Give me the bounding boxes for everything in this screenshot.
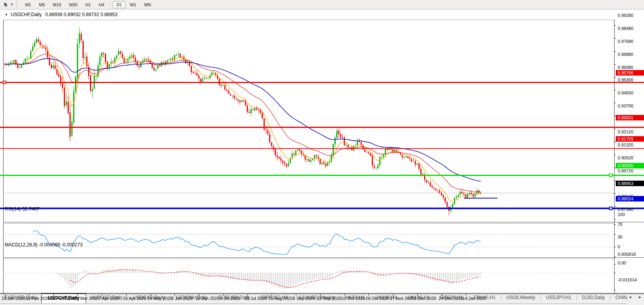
date-axis-label: 5 Dec 2020 bbox=[414, 296, 436, 301]
chart-window: ▼ USDCHF,Daily 0.88938 0.89032 0.88732 0… bbox=[0, 9, 644, 293]
chart-title: ▼ USDCHF,Daily 0.88938 0.89032 0.88732 0… bbox=[5, 12, 117, 17]
price-axis-tick: 0.93700 bbox=[618, 104, 633, 108]
price-level-tag[interactable]: 0.88953 bbox=[616, 181, 644, 186]
date-axis-label: 28 Jul 2020 bbox=[244, 296, 267, 301]
price-level-tag[interactable]: 0.90055 bbox=[616, 163, 644, 168]
macd-axis-tick: 0.00 bbox=[618, 261, 626, 265]
date-axis-label: 2 Jun 2020 bbox=[171, 296, 193, 301]
timeframe-buttons-group: M1M5M15M30H1H4D1W1MN bbox=[21, 1, 155, 8]
date-axis-label: 14 Jan 2021 bbox=[462, 296, 486, 301]
price-axis-tick: 0.92120 bbox=[618, 129, 633, 134]
timeframe-button-mn[interactable]: MN bbox=[141, 1, 154, 8]
date-axis-label: 29 Oct 2020 bbox=[365, 296, 389, 301]
price-level-tag[interactable]: 0.88024 bbox=[616, 196, 644, 201]
date-axis-label: 15 Aug 2020 bbox=[268, 296, 293, 301]
macd-axis-tick: 0.005818 bbox=[618, 252, 636, 257]
price-level-tag[interactable]: 0.91709 bbox=[616, 136, 644, 142]
price-axis-tick: 0.89720 bbox=[618, 168, 633, 173]
rsi-axis-tick: 100 bbox=[618, 212, 625, 217]
date-axis-label: 3 Sep 2020 bbox=[293, 296, 315, 301]
timeframe-button-w1[interactable]: W1 bbox=[126, 1, 140, 8]
date-axis-label: 23 Jan 2020 bbox=[2, 296, 26, 301]
macd-indicator-label: MACD(12,26,9) -0.000069 -0.000273 bbox=[5, 242, 83, 248]
date-axis-label: 17 Nov 2020 bbox=[390, 296, 414, 301]
date-axis-label: 20 Jun 2020 bbox=[196, 296, 220, 301]
cursor-icon bbox=[3, 2, 9, 7]
chart-canvas[interactable] bbox=[0, 9, 644, 302]
rsi-axis-tick: 0 bbox=[618, 244, 620, 249]
cursor-tool-caret-icon[interactable]: ▼ bbox=[10, 3, 13, 6]
timeframe-button-h4[interactable]: H4 bbox=[95, 1, 108, 8]
date-axis-label: 22 Sep 2020 bbox=[317, 296, 341, 301]
date-axis-label: 11 Feb 2020 bbox=[26, 296, 50, 301]
price-level-tag[interactable]: 0.93001 bbox=[616, 115, 644, 120]
date-axis-label: 10 Oct 2020 bbox=[341, 296, 365, 301]
macd-axis-tick: -0.011514 bbox=[618, 277, 637, 282]
chart-ohlc-values: 0.88938 0.89032 0.88732 0.88953 bbox=[45, 12, 117, 17]
price-axis-tick: 0.99280 bbox=[618, 13, 633, 18]
toolbar-grip-handle[interactable] bbox=[17, 2, 18, 7]
date-axis-label: 14 May 2020 bbox=[147, 296, 172, 301]
date-axis-label: 29 Feb 2020 bbox=[50, 296, 75, 301]
price-axis-tick: 0.87340 bbox=[618, 207, 633, 212]
chart-symbol-label: USDCHF,Daily bbox=[11, 12, 42, 17]
date-axis-label: 9 Jul 2020 bbox=[220, 296, 240, 301]
rsi-indicator-label: RSI(14) 52.7467 bbox=[5, 206, 39, 212]
rsi-axis-tick: 70 bbox=[618, 222, 622, 227]
price-axis-tick: 0.95300 bbox=[618, 78, 633, 82]
toolbar-separator bbox=[110, 1, 110, 7]
timeframe-button-d1[interactable]: D1 bbox=[113, 1, 125, 8]
price-axis-tick: 0.96080 bbox=[618, 65, 633, 70]
date-axis-label: 19 Mar 2020 bbox=[74, 296, 99, 301]
timeframe-button-m15[interactable]: M15 bbox=[49, 1, 64, 8]
timeframe-button-m5[interactable]: M5 bbox=[35, 1, 48, 8]
timeframe-button-m1[interactable]: M1 bbox=[22, 1, 35, 8]
date-axis-label: 7 Apr 2020 bbox=[99, 296, 119, 301]
chart-collapse-icon[interactable]: ▼ bbox=[5, 13, 8, 17]
timeframe-toolbar: ▼ M1M5M15M30H1H4D1W1MN bbox=[0, 0, 644, 9]
mt4-application-window: ▼ M1M5M15M30H1H4D1W1MN ▼ USDCHF,Daily 0.… bbox=[0, 0, 644, 305]
price-axis-tick: 0.94500 bbox=[618, 91, 633, 95]
price-axis-tick: 0.96880 bbox=[618, 52, 633, 57]
timeframe-button-m30[interactable]: M30 bbox=[66, 1, 81, 8]
rsi-axis-tick: 30 bbox=[618, 235, 622, 239]
price-axis-tick: 0.90520 bbox=[618, 155, 633, 160]
timeframe-button-h1[interactable]: H1 bbox=[82, 1, 94, 8]
price-axis-tick: 0.91320 bbox=[618, 142, 633, 147]
date-axis-label: 24 Dec 2020 bbox=[439, 296, 463, 301]
date-axis-label: 25 Apr 2020 bbox=[123, 296, 146, 301]
cursor-tool-button[interactable] bbox=[2, 1, 10, 8]
price-level-tag[interactable]: 0.95766 bbox=[616, 70, 644, 76]
price-axis-tick: 0.97680 bbox=[618, 39, 633, 44]
price-axis-tick: 0.98480 bbox=[618, 26, 633, 31]
